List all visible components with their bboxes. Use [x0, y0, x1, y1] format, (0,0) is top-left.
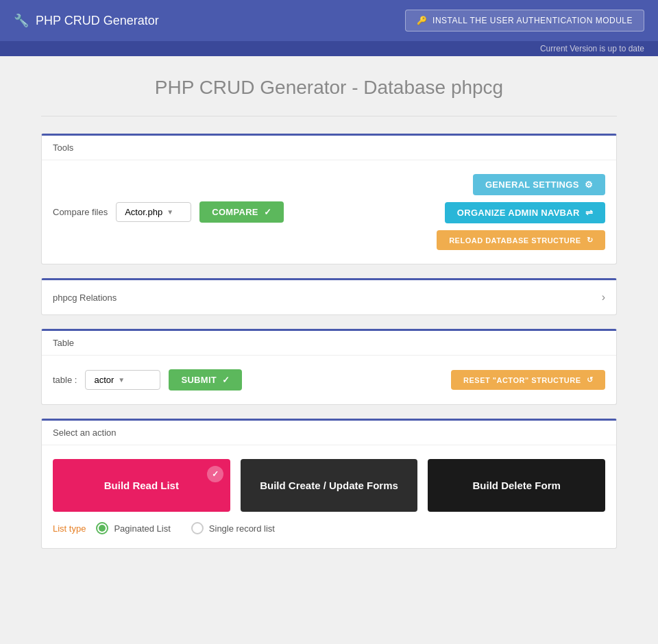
- organize-navbar-label: ORGANIZE ADMIN NAVBAR: [457, 208, 580, 218]
- table-card-body: table : actor ▼ SUBMIT ✓ RESET "ACTOR" S…: [42, 356, 616, 404]
- compare-label: COMPARE: [212, 207, 258, 217]
- build-read-list-button[interactable]: ✓ Build Read List: [53, 459, 230, 512]
- page-title: PHP CRUD Generator - Database phpcg: [41, 77, 617, 99]
- select-action-body: ✓ Build Read List Build Create / Update …: [42, 445, 616, 548]
- general-settings-label: GENERAL SETTINGS: [485, 179, 579, 190]
- refresh-icon: ↻: [587, 236, 594, 245]
- select-action-header: Select an action: [42, 421, 616, 445]
- install-auth-button[interactable]: 🔑 INSTALL THE USER AUTHENTICATION MODULE: [405, 10, 644, 32]
- radio-single-outer[interactable]: [191, 522, 204, 534]
- relations-card-body[interactable]: phpcg Relations ›: [42, 280, 616, 314]
- action-buttons-row: ✓ Build Read List Build Create / Update …: [53, 459, 605, 512]
- build-create-update-label: Build Create / Update Forms: [260, 480, 398, 491]
- title-separator: [41, 116, 617, 116]
- build-create-update-button[interactable]: Build Create / Update Forms: [241, 459, 418, 512]
- reset-structure-button[interactable]: RESET "ACTOR" STRUCTURE ↺: [451, 370, 605, 390]
- select-action-label: Select an action: [53, 428, 117, 438]
- compare-files-label: Compare files: [53, 207, 108, 217]
- relations-label: phpcg Relations: [53, 293, 117, 303]
- list-type-label: List type: [53, 523, 86, 534]
- submit-check-icon: ✓: [222, 375, 230, 385]
- table-dropdown[interactable]: actor ▼: [85, 370, 160, 390]
- key-icon: 🔑: [417, 16, 428, 25]
- version-bar: Current Version is up to date: [0, 41, 658, 56]
- selected-check-icon: ✓: [207, 466, 223, 482]
- tools-left: Compare files Actor.php ▼ COMPARE ✓: [53, 201, 284, 223]
- file-dropdown[interactable]: Actor.php ▼: [116, 202, 191, 222]
- version-text: Current Version is up to date: [540, 44, 644, 53]
- compare-button[interactable]: COMPARE ✓: [199, 201, 284, 223]
- tools-card-body: Compare files Actor.php ▼ COMPARE ✓ GENE…: [42, 160, 616, 264]
- build-read-list-label: Build Read List: [104, 480, 179, 491]
- submit-button[interactable]: SUBMIT ✓: [169, 369, 242, 391]
- general-settings-button[interactable]: GENERAL SETTINGS ⚙: [473, 174, 605, 195]
- table-dropdown-arrow-icon: ▼: [118, 376, 125, 384]
- table-left: table : actor ▼ SUBMIT ✓: [53, 369, 242, 391]
- reload-db-button[interactable]: RELOAD DATABASE STRUCTURE ↻: [437, 230, 605, 250]
- table-dropdown-value: actor: [94, 375, 114, 385]
- header-brand: 🔧 PHP CRUD Generator: [14, 13, 159, 28]
- table-row-controls: table : actor ▼ SUBMIT ✓ RESET "ACTOR" S…: [53, 369, 605, 391]
- app-title: PHP CRUD Generator: [36, 14, 159, 28]
- dropdown-arrow-icon: ▼: [167, 208, 173, 216]
- radio-single[interactable]: Single record list: [191, 522, 275, 534]
- reset-refresh-icon: ↺: [587, 375, 594, 384]
- organize-navbar-button[interactable]: ORGANIZE ADMIN NAVBAR ⇌: [445, 202, 605, 223]
- select-action-card: Select an action ✓ Build Read List Build…: [41, 419, 617, 549]
- tools-row: Compare files Actor.php ▼ COMPARE ✓ GENE…: [53, 174, 605, 250]
- relations-row[interactable]: phpcg Relations ›: [53, 288, 605, 306]
- tools-card-header: Tools: [42, 136, 616, 160]
- submit-label: SUBMIT: [181, 375, 217, 385]
- wrench-icon: 🔧: [14, 13, 29, 28]
- table-card: Table table : actor ▼ SUBMIT ✓ RESET "AC…: [41, 329, 617, 405]
- file-dropdown-value: Actor.php: [125, 207, 162, 217]
- radio-paginated-label: Paginated List: [114, 523, 170, 534]
- radio-paginated[interactable]: Paginated List: [96, 522, 170, 534]
- bars-icon: ⇌: [585, 208, 593, 218]
- main-header: 🔧 PHP CRUD Generator 🔑 INSTALL THE USER …: [0, 0, 658, 41]
- reset-structure-label: RESET "ACTOR" STRUCTURE: [463, 376, 581, 384]
- reload-db-label: RELOAD DATABASE STRUCTURE: [449, 236, 581, 245]
- table-card-header: Table: [42, 331, 616, 356]
- radio-paginated-outer[interactable]: [96, 522, 108, 534]
- gear-icon: ⚙: [585, 179, 593, 190]
- build-delete-label: Build Delete Form: [473, 480, 561, 491]
- relations-card: phpcg Relations ›: [41, 278, 617, 315]
- tools-right: GENERAL SETTINGS ⚙ ORGANIZE ADMIN NAVBAR…: [437, 174, 605, 250]
- install-auth-label: INSTALL THE USER AUTHENTICATION MODULE: [432, 16, 633, 25]
- tools-label: Tools: [53, 143, 73, 153]
- table-label: table :: [53, 375, 77, 385]
- main-content: PHP CRUD Generator - Database phpcg Tool…: [0, 56, 658, 583]
- radio-paginated-inner: [99, 525, 106, 532]
- list-type-row: List type Paginated List Single record l…: [53, 522, 605, 534]
- radio-options: Paginated List Single record list: [96, 522, 275, 534]
- radio-single-label: Single record list: [209, 523, 275, 534]
- check-icon: ✓: [264, 207, 271, 217]
- table-section-label: Table: [53, 338, 74, 348]
- chevron-right-icon: ›: [602, 291, 605, 304]
- build-delete-form-button[interactable]: Build Delete Form: [428, 459, 605, 512]
- tools-card: Tools Compare files Actor.php ▼ COMPARE …: [41, 134, 617, 264]
